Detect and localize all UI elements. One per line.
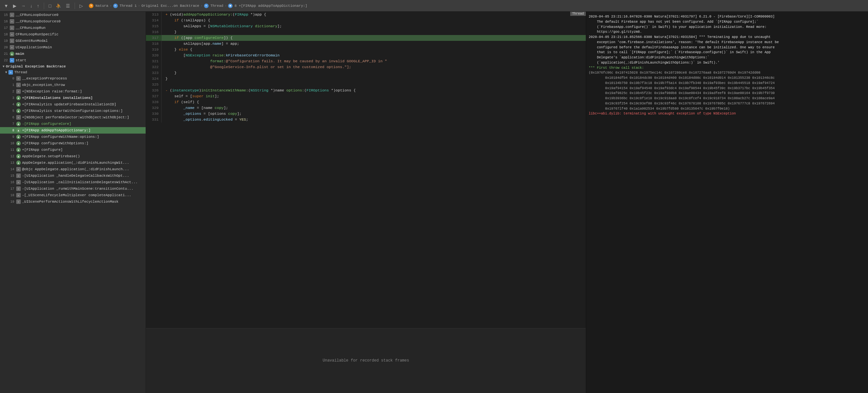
location-button[interactable]: ▷ — [78, 3, 84, 9]
console-output: 2020-04-05 23:21:16.847826-0300 Natura[3… — [589, 14, 865, 117]
stack-item-15[interactable]: 15 ▪ __CFRunLoopDoSource0 — [0, 12, 146, 18]
thread-item-17[interactable]: 17 ▪ -[UIApplication _runWithMainScene:t… — [0, 186, 146, 192]
toolbar-separator-2 — [74, 3, 75, 9]
unavailable-pane: Unavailable for recorded stack frames — [146, 328, 586, 393]
breadcrumb-natura[interactable]: Natura — [95, 4, 108, 8]
thread-item-4[interactable]: 4 ♟ +[FIRAnalytics updateFirebaseInstall… — [0, 101, 146, 108]
stack-icon-t5: ♟ — [16, 109, 21, 113]
thread-item-19[interactable]: 19 ▪ _UIScenePerformActionsWithLifecycle… — [0, 198, 146, 205]
stack-icon-t18: ▪ — [16, 193, 21, 197]
toggle-button[interactable]: □ — [48, 3, 53, 9]
stack-icon-t4: ♟ — [16, 102, 21, 107]
thread-item-1[interactable]: 1 ▪ objc_exception_throw — [0, 82, 146, 88]
code-line-313: 313 + (void)addAppToAppDictionary:(FIRAp… — [146, 12, 586, 18]
stack-icon-t13: ♟ — [16, 161, 21, 165]
code-panel: Thread 313 + (void)addAppToAppDictionary… — [146, 12, 586, 393]
code-line-322: 322 @"GoogleService-Info.plist or set in… — [146, 64, 586, 70]
stack-icon-t15: ▪ — [16, 173, 21, 178]
stack-icon-t19: ▪ — [16, 199, 21, 204]
stack-item-19[interactable]: 19 ▪ GSEventRunModal — [0, 38, 146, 44]
code-line-324: 324 } — [146, 76, 586, 82]
toolbar-separator-1 — [44, 3, 44, 9]
step-into-button[interactable]: ↓ — [29, 3, 34, 9]
code-line-329: 329 _name = [name copy]; — [146, 105, 586, 111]
stack-icon-t8: ♟ — [16, 128, 21, 133]
thread-item-2[interactable]: 2 ▪ +[NSException raise:format:] — [0, 88, 146, 95]
stack-icon-t1: ▪ — [16, 83, 21, 87]
original-exception-header[interactable]: ▼ Original Exception Backtrace — [0, 64, 146, 69]
thread1-icon: ⊙ — [113, 4, 118, 8]
stack-item-20[interactable]: 20 ▪ UIApplicationMain — [0, 44, 146, 51]
view-button[interactable]: ☰ — [65, 3, 71, 9]
console-panel[interactable]: 2020-04-05 23:21:16.847826-0300 Natura[3… — [586, 12, 868, 393]
thread-item-6[interactable]: 6 ▪ +[NSObject performSelector:withObjec… — [0, 114, 146, 121]
thread-item-14[interactable]: 14 ▪ @objc AppDelegate.application(_:did… — [0, 166, 146, 172]
breadcrumb-thread[interactable]: Thread — [211, 4, 223, 8]
stack-icon-21: ♟ — [10, 52, 14, 56]
code-line-325: 325 — [146, 82, 586, 88]
thread-item-16[interactable]: 16 ▪ -[UIApplication _callInitialization… — [0, 179, 146, 186]
natura-icon: N — [89, 4, 93, 8]
stack-icon-19: ▪ — [10, 39, 14, 43]
stack-item-16[interactable]: 16 ▪ __CFRunLoopDoSources0 — [0, 18, 146, 25]
code-area[interactable]: 313 + (void)addAppToAppDictionary:(FIRAp… — [146, 12, 586, 328]
code-line-321: 321 format:@"Configuration fails. It may… — [146, 58, 586, 64]
code-line-331: 331 _options.editingLocked = YES; — [146, 117, 586, 123]
thread-item-11[interactable]: 11 ♟ +[FIRApp configure] — [0, 146, 146, 153]
thread-circle-icon: ⊙ — [8, 70, 13, 74]
code-line-318: 318 sAllApps[app.name] = app; — [146, 41, 586, 47]
thread-item-9[interactable]: 9 ♟ +[FIRApp configureWithName:options:] — [0, 134, 146, 140]
stack-icon-17: ▪ — [10, 26, 14, 30]
thread-item-7[interactable]: 7 ♟ -[FIRApp configureCore] — [0, 121, 146, 127]
breadcrumb-sep-1: › — [110, 4, 112, 8]
breadcrumb: N Natura › ⊙ Thread 1 › Original Exc...o… — [89, 4, 307, 8]
thread-item-10[interactable]: 10 ♟ +[FIRApp configureWithOptions:] — [0, 140, 146, 146]
breadcrumb-exc[interactable]: Original Exc...on Backtrace — [142, 4, 199, 8]
breadcrumb-sep-4: › — [224, 4, 227, 8]
stack-icon-t9: ♟ — [16, 135, 21, 139]
stack-icon-t11: ♟ — [16, 148, 21, 152]
stack-item-17[interactable]: 17 ▪ __CFRunLoopRun — [0, 25, 146, 31]
thread-item-0[interactable]: 0 ▪ __exceptionPreprocess — [0, 75, 146, 82]
back-button[interactable]: ▼ — [3, 3, 10, 9]
thread-icon: ⊙ — [204, 4, 209, 8]
breadcrumb-frame8[interactable]: 8 +[FIRApp addAppToAppDictionary:] — [235, 4, 307, 8]
code-line-315: 315 sAllApps = [NSMutableDictionary dict… — [146, 23, 586, 29]
thread-item-18[interactable]: 18 ▪ -[_UISceneLifecycleMultiplexer comp… — [0, 192, 146, 198]
thread-item-12[interactable]: 12 ♟ AppDelegate.setupFirebase() — [0, 153, 146, 160]
stack-icon-t2: ▪ — [16, 89, 21, 94]
breadcrumb-sep-3: › — [200, 4, 203, 8]
code-line-320: 320 [NSException raise:kFirebaseCoreErro… — [146, 53, 586, 58]
code-line-314: 314 if (!sAllApps) { — [146, 18, 586, 23]
code-line-317: 317 if ([app configureCore]) { — [146, 35, 586, 41]
code-line-319: 319 } else { — [146, 47, 586, 53]
thread-item-13[interactable]: 13 ♟ AppDelegate.application(_:didFinish… — [0, 160, 146, 166]
step-over-button[interactable]: → — [20, 3, 27, 9]
thread-item-8[interactable]: 8 ♟ +[FIRApp addAppToAppDictionary:] — [0, 127, 146, 134]
stack-item-21[interactable]: 21 ♟ main — [0, 51, 146, 57]
stack-icon-t7: ♟ — [16, 122, 21, 126]
stack-item-22[interactable]: 22 ▪ start — [0, 57, 146, 64]
breadcrumb-thread1[interactable]: Thread 1 — [120, 4, 137, 8]
code-line-328: 328 if (self) { — [146, 99, 586, 105]
stack-icon-16: ▪ — [10, 19, 14, 24]
stack-icon-t6: ▪ — [16, 115, 21, 120]
play-button[interactable]: ▶ — [12, 3, 18, 9]
thread-item-5[interactable]: 5 ♟ +[FIRAnalytics startWithConfiguratio… — [0, 108, 146, 114]
stack-panel: 15 ▪ __CFRunLoopDoSource0 16 ▪ __CFRunLo… — [0, 12, 146, 393]
thread-item-3[interactable]: 3 ♟ +[FIRInstallations installations] — [0, 95, 146, 101]
unavailable-text: Unavailable for recorded stack frames — [323, 358, 409, 364]
step-out-button[interactable]: ↑ — [36, 3, 40, 9]
stack-item-18[interactable]: 18 ▪ CFRunLoopRunSpecific — [0, 31, 146, 38]
thread-subsection-header[interactable]: ▼ ⊙ Thread — [0, 69, 146, 75]
stack-icon-t10: ♟ — [16, 141, 21, 145]
stack-icon-20: ▪ — [10, 45, 14, 50]
toolbar: ▼ ▶ → ↓ ↑ □ ⛹ ☰ ▷ N Natura › ⊙ Thread 1 … — [0, 0, 868, 12]
stack-icon-18: ▪ — [10, 32, 14, 37]
stack-icon-t0: ▪ — [16, 76, 21, 81]
thread-item-15[interactable]: 15 ▪ -[UIApplication _handleDelegateCall… — [0, 172, 146, 179]
code-line-323: 323 } — [146, 70, 586, 76]
thread-badge: Thread — [570, 12, 586, 16]
share-button[interactable]: ⛹ — [55, 3, 63, 9]
stack-icon-t3: ♟ — [16, 96, 21, 100]
